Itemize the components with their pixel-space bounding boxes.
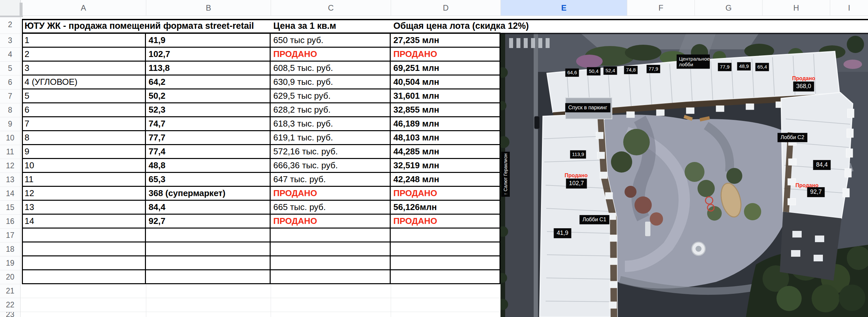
cell[interactable]: 647 тыс. руб.	[271, 173, 391, 187]
row-header-22[interactable]: 22	[0, 298, 20, 312]
cell[interactable]: 14	[22, 215, 146, 228]
cell[interactable]: 13	[22, 201, 146, 215]
column-header-E[interactable]: E	[500, 0, 627, 15]
cell[interactable]	[22, 228, 146, 243]
cell[interactable]: 650 тыс руб.	[271, 34, 391, 48]
cell[interactable]: 6	[22, 103, 146, 117]
frozen-pane-handle[interactable]	[20, 3, 23, 15]
cell[interactable]: 32,519 млн	[391, 159, 500, 173]
row-header-14[interactable]: 14	[0, 187, 20, 201]
cell[interactable]: 69,251 млн	[391, 62, 500, 75]
cell[interactable]: 8	[22, 131, 146, 145]
cell[interactable]	[146, 228, 271, 243]
cell[interactable]: 9	[22, 145, 146, 159]
cell[interactable]: 5	[22, 90, 146, 103]
cell[interactable]: 629,5 тыс руб.	[271, 90, 391, 103]
cell[interactable]	[146, 243, 271, 256]
cell[interactable]: 10	[22, 159, 146, 173]
cell[interactable]	[391, 270, 500, 284]
cell[interactable]: 41,9	[146, 34, 271, 48]
row-header-21[interactable]: 21	[0, 284, 20, 298]
cell-a2-title[interactable]: ЮТУ ЖК - продажа помещений формата stree…	[25, 20, 254, 32]
row-header-5[interactable]: 5	[0, 62, 20, 75]
cell[interactable]: 572,16 тыс. руб.	[271, 145, 391, 159]
cell[interactable]: 50,2	[146, 90, 271, 103]
cell[interactable]: 64,2	[146, 75, 271, 90]
row-header-19[interactable]: 19	[0, 256, 20, 270]
cell[interactable]: ПРОДАНО	[271, 48, 391, 62]
cell[interactable]: 113,8	[146, 62, 271, 75]
cell[interactable]: 74,7	[146, 117, 271, 131]
cell[interactable]: 7	[22, 117, 146, 131]
cell[interactable]: 44,285 млн	[391, 145, 500, 159]
cell[interactable]	[271, 256, 391, 270]
cell[interactable]: 48,8	[146, 159, 271, 173]
cell[interactable]: 42,248 млн	[391, 173, 500, 187]
column-header-H[interactable]: H	[762, 0, 830, 15]
cell[interactable]: 32,855 млн	[391, 103, 500, 117]
row-header-16[interactable]: 16	[0, 215, 20, 228]
cell[interactable]: 619,1 тыс. руб.	[271, 131, 391, 145]
cell[interactable]: 2	[22, 48, 146, 62]
row-header-15[interactable]: 15	[0, 201, 20, 215]
cell[interactable]: 628,2 тыс руб.	[271, 103, 391, 117]
row-header-23[interactable]: 23	[0, 312, 20, 317]
cell[interactable]	[391, 256, 500, 270]
cell[interactable]: 48,103 млн	[391, 131, 500, 145]
row-header-9[interactable]: 9	[0, 117, 20, 131]
cell[interactable]	[22, 256, 146, 270]
cell[interactable]: 27,235 млн	[391, 34, 500, 48]
row-header-11[interactable]: 11	[0, 145, 20, 159]
cell[interactable]: 56,126млн	[391, 201, 500, 215]
cell[interactable]: 84,4	[146, 201, 271, 215]
row-header-12[interactable]: 12	[0, 159, 20, 173]
cell[interactable]: ПРОДАНО	[391, 48, 500, 62]
cell[interactable]: 618,3 тыс. руб.	[271, 117, 391, 131]
cell[interactable]: ПРОДАНО	[391, 215, 500, 228]
row-header-17[interactable]: 17	[0, 228, 20, 243]
column-header-B[interactable]: B	[146, 0, 271, 15]
cell[interactable]	[271, 270, 391, 284]
cell[interactable]: ПРОДАНО	[391, 187, 500, 201]
select-all-corner[interactable]	[0, 0, 21, 15]
row-header-7[interactable]: 7	[0, 90, 20, 103]
cell[interactable]: 368 (супермаркет)	[146, 187, 271, 201]
column-header-I[interactable]: I	[830, 0, 868, 15]
cell[interactable]: 92,7	[146, 215, 271, 228]
row-header-10[interactable]: 10	[0, 131, 20, 145]
column-header-F[interactable]: F	[627, 0, 694, 15]
cell[interactable]: 77,4	[146, 145, 271, 159]
cell[interactable]	[22, 270, 146, 284]
row-header-6[interactable]: 6	[0, 75, 20, 90]
cell[interactable]: 1	[22, 34, 146, 48]
cell[interactable]: 77,7	[146, 131, 271, 145]
embedded-map-image[interactable]: 64,650,452,474,877,9Центральное лобби77,…	[500, 33, 868, 317]
cell[interactable]: ПРОДАНО	[271, 215, 391, 228]
cell[interactable]	[22, 243, 146, 256]
cell[interactable]: 665 тыс. руб.	[271, 201, 391, 215]
cell[interactable]: 3	[22, 62, 146, 75]
column-header-D[interactable]: D	[391, 0, 500, 15]
cell[interactable]	[391, 243, 500, 256]
row-header-20[interactable]: 20	[0, 270, 20, 284]
row-header-13[interactable]: 13	[0, 173, 20, 187]
cell[interactable]	[391, 228, 500, 243]
row-header-2[interactable]: 2	[0, 15, 20, 34]
cell-d2-total-header[interactable]: Общая цена лота (скидка 12%)	[393, 20, 529, 32]
column-header-A[interactable]: A	[21, 0, 146, 15]
cell-c2-price-header[interactable]: Цена за 1 кв.м	[273, 20, 336, 32]
frozen-row-indicator[interactable]	[0, 15, 23, 17]
cell[interactable]	[271, 243, 391, 256]
column-header-C[interactable]: C	[271, 0, 391, 15]
cell[interactable]: 46,189 млн	[391, 117, 500, 131]
cell[interactable]: ПРОДАНО	[271, 187, 391, 201]
row-header-4[interactable]: 4	[0, 48, 20, 62]
column-header-G[interactable]: G	[694, 0, 762, 15]
row-header-18[interactable]: 18	[0, 243, 20, 256]
cell[interactable]: 666,36 тыс. руб.	[271, 159, 391, 173]
row-header-8[interactable]: 8	[0, 103, 20, 117]
cell[interactable]: 630,9 тыс. руб.	[271, 75, 391, 90]
cell[interactable]: 12	[22, 187, 146, 201]
cell[interactable]: 52,3	[146, 103, 271, 117]
cell[interactable]: 31,601 млн	[391, 90, 500, 103]
